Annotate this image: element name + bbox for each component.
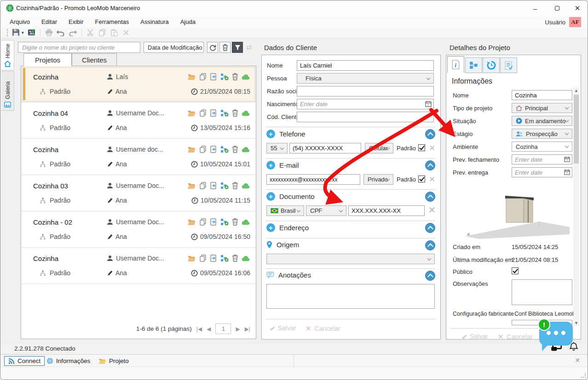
nascimento-date-input[interactable] [297, 99, 434, 109]
razao-input[interactable] [297, 86, 434, 96]
prev-page-button[interactable]: ◀ [207, 326, 211, 332]
next-page-button[interactable]: ▶ [236, 326, 240, 332]
copy-icon[interactable] [199, 146, 207, 153]
close-button[interactable]: ✕ [568, 2, 587, 14]
add-endereco-button[interactable]: + [266, 223, 275, 232]
import-image-icon[interactable] [27, 28, 36, 37]
scroll-down-icon[interactable]: ▼ [573, 320, 579, 326]
project-list-item[interactable]: Cozinha Laís Padrão [21, 66, 256, 102]
telefone-tipo-select[interactable]: Celular [365, 143, 393, 153]
menu-item[interactable]: Ferramentas [93, 17, 131, 26]
share-add-icon[interactable] [220, 218, 229, 226]
prev-entrega-input[interactable] [512, 167, 572, 177]
minimize-button[interactable]: – [526, 2, 544, 14]
export-icon[interactable] [210, 182, 217, 189]
maximize-button[interactable] [548, 2, 566, 14]
email-padrao-checkbox[interactable] [418, 176, 425, 182]
filter-button[interactable] [232, 42, 243, 53]
save-icon[interactable] [12, 28, 20, 37]
copy-icon[interactable] [199, 109, 207, 117]
delete-icon[interactable] [232, 146, 238, 153]
publico-checkbox[interactable] [512, 267, 519, 274]
project-list-item[interactable]: Cozinha Username Doc... Padrão [21, 248, 256, 284]
menu-item[interactable]: Ajuda [179, 17, 197, 26]
open-folder-icon[interactable] [187, 219, 196, 226]
add-email-button[interactable]: + [266, 161, 275, 170]
delete-icon[interactable] [232, 109, 238, 117]
telefone-collapse-button[interactable] [425, 129, 435, 139]
first-page-button[interactable]: |◀ [196, 326, 202, 332]
bottom-tab-projeto[interactable]: Projeto [95, 356, 133, 366]
email-remove-button[interactable]: ✕ [428, 175, 436, 183]
bottom-tab-informacoes[interactable]: Informações [43, 356, 94, 366]
documento-pais-select[interactable]: Brasil [266, 205, 304, 216]
export-icon[interactable] [210, 255, 217, 262]
tab-informacoes[interactable]: i [447, 56, 464, 73]
ambiente-select[interactable]: Cozinha [512, 142, 572, 152]
scroll-up-icon[interactable]: ▲ [573, 87, 579, 94]
documento-remove-button[interactable]: ✕ [428, 206, 436, 214]
telefone-remove-button[interactable]: ✕ [428, 144, 436, 152]
copy-icon[interactable] [199, 73, 207, 80]
calendar-icon[interactable]: 7 [564, 156, 570, 162]
export-icon[interactable] [210, 218, 217, 226]
resize-grip[interactable] [581, 373, 586, 378]
add-telefone-button[interactable]: + [266, 130, 275, 138]
add-documento-button[interactable]: + [266, 192, 275, 201]
cloud-icon[interactable] [242, 110, 250, 116]
observacoes-textarea[interactable] [512, 279, 572, 305]
details-scrollbar[interactable]: ▲ ▼ [573, 87, 579, 326]
telefone-numero-input[interactable] [289, 143, 361, 153]
telefone-ddi-select[interactable]: 55 [266, 143, 288, 153]
last-page-button[interactable]: ▶| [245, 326, 250, 332]
sort-dropdown[interactable]: Data de Modificação [144, 42, 204, 53]
copy-icon[interactable] [199, 182, 207, 189]
share-add-icon[interactable] [220, 73, 229, 80]
delete-icon[interactable] [232, 182, 238, 189]
sidebar-tab-home[interactable]: Home [1, 40, 14, 70]
cloud-icon[interactable] [242, 255, 250, 261]
situacao-select[interactable]: Em andamento [512, 116, 572, 126]
delete-icon[interactable] [232, 255, 238, 262]
origem-collapse-button[interactable] [425, 240, 435, 250]
email-collapse-button[interactable] [425, 160, 435, 170]
page-number-input[interactable]: 1 [215, 323, 231, 334]
share-add-icon[interactable] [220, 182, 229, 189]
tab-clientes[interactable]: Clientes [72, 53, 117, 66]
proj-nome-input[interactable] [512, 90, 572, 100]
project-list-item[interactable]: Cozinha - 02 Username Doc... Padrão [21, 211, 256, 248]
calendar-icon[interactable]: 7 [564, 169, 570, 175]
project-list-item[interactable]: Cozinha Username doc... Padrão [21, 139, 256, 175]
copy-icon[interactable] [199, 255, 207, 262]
menu-item[interactable]: Exibir [67, 17, 86, 26]
export-icon[interactable] [210, 146, 217, 153]
delete-icon[interactable] [232, 218, 238, 226]
cloud-icon[interactable] [242, 74, 250, 80]
origem-select[interactable] [266, 254, 435, 264]
project-list-item[interactable]: Cozinha 04 Username Doc... Padrão [21, 102, 256, 139]
documento-collapse-button[interactable] [425, 192, 435, 202]
documento-input[interactable] [348, 205, 425, 216]
open-folder-icon[interactable] [187, 74, 196, 80]
bottom-bar-close-icon[interactable]: ✕ [575, 357, 580, 364]
tab-projetos[interactable]: Projetos [23, 53, 72, 66]
sidebar-tab-galeria[interactable]: Galeria [1, 71, 14, 111]
delete-icon[interactable] [232, 73, 238, 80]
menu-item[interactable]: Assinatura [138, 17, 170, 26]
cloud-icon[interactable] [242, 147, 250, 153]
documento-tipo-select[interactable]: CPF [306, 205, 346, 216]
cod-cliente-input[interactable] [297, 112, 434, 122]
calendar-icon[interactable]: 7 [425, 101, 432, 107]
pessoa-select[interactable]: Física [297, 73, 434, 84]
search-input[interactable] [18, 42, 140, 53]
anotacoes-textarea[interactable] [266, 284, 435, 309]
redo-icon[interactable] [69, 28, 77, 37]
menu-item[interactable]: Arquivo [8, 17, 32, 26]
email-tipo-select[interactable]: Privado [363, 174, 393, 185]
save-dropdown-caret[interactable]: ▾ [22, 30, 24, 35]
proj-tipo-select[interactable]: Principal [512, 103, 572, 113]
anotacoes-collapse-button[interactable] [425, 271, 435, 281]
open-folder-icon[interactable] [187, 182, 196, 189]
telefone-padrao-checkbox[interactable] [418, 144, 425, 151]
cloud-icon[interactable] [242, 183, 250, 189]
